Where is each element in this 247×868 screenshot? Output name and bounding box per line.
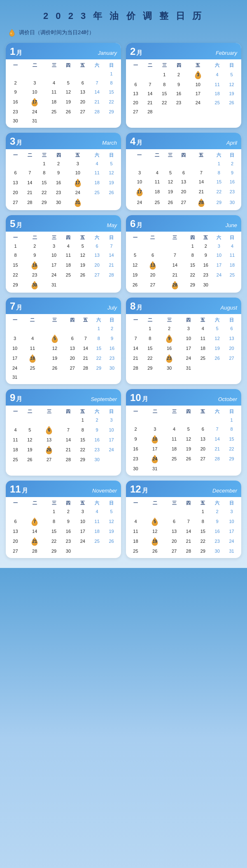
calendar-day: 22 xyxy=(186,270,199,279)
weekday-header: 二 xyxy=(21,316,44,324)
month-en: November xyxy=(92,488,117,494)
calendar-day: 1 xyxy=(224,415,239,425)
weekday-header: 五 xyxy=(199,233,212,242)
calendar-day: 4 xyxy=(21,333,44,344)
calendar-day xyxy=(75,116,90,125)
calendar-day: 26 xyxy=(104,536,119,547)
calendar-day xyxy=(212,279,226,290)
month-card-7: 7 月 July 一二三四五六日 1234 567891011121314151… xyxy=(6,298,121,384)
month-zh: 月 xyxy=(16,395,22,403)
calendar-day: 10 xyxy=(181,333,196,344)
calendar-day: 28 xyxy=(79,364,92,373)
calendar-day xyxy=(61,279,75,290)
month-zh: 月 xyxy=(16,304,22,312)
calendar-day: 6 xyxy=(196,425,210,434)
calendar-day: 5 xyxy=(104,507,119,516)
month-number: 12 xyxy=(130,483,141,495)
weekday-header: 二 xyxy=(23,233,47,242)
calendar-day xyxy=(104,197,119,208)
calendar-day: 11 xyxy=(151,177,164,186)
calendar-day: 20 xyxy=(167,536,182,547)
calendar-day: 4 xyxy=(8,425,23,435)
calendar-day: 20 xyxy=(90,260,104,270)
weekday-header: 一 xyxy=(128,407,143,415)
calendar-day: 14 xyxy=(79,344,92,353)
weekday-header: 日 xyxy=(104,151,119,159)
calendar-day: 11 xyxy=(90,168,104,177)
calendar-day: 22 xyxy=(157,98,172,107)
calendar-day: 27 xyxy=(167,547,182,556)
calendar-day: 3 xyxy=(224,507,239,516)
calendar-day xyxy=(196,464,210,473)
month-card-4: 4 月 April 一二三四五六日 1234567891011121314151… xyxy=(126,133,241,210)
calendar-day: 25 xyxy=(47,107,61,116)
weekday-header: 日 xyxy=(226,151,239,159)
calendar-day: 7 xyxy=(90,78,104,87)
calendar-day xyxy=(8,159,23,168)
calendar-day: 19 xyxy=(75,260,90,270)
calendar-day: 1 xyxy=(75,415,90,425)
calendar-day: 15 xyxy=(8,260,23,270)
calendar-day xyxy=(90,116,104,125)
calendar-day: 14 xyxy=(143,89,157,98)
calendar-day: 15 xyxy=(157,89,172,98)
calendar-day: 3 xyxy=(23,78,47,87)
weekday-header: 六 xyxy=(212,151,226,159)
calendar-day: 19 xyxy=(224,89,239,98)
calendar-day: 29 xyxy=(196,547,210,556)
calendar-day: 5 xyxy=(224,69,239,80)
calendar-day: 19 xyxy=(210,344,224,353)
weekday-header: 五 xyxy=(186,61,210,69)
calendar-day: 7 xyxy=(23,168,37,177)
calendar-day: 29 xyxy=(104,107,119,116)
calendar-day: 30 xyxy=(90,455,104,464)
calendar-day xyxy=(210,107,224,116)
calendar-day: 17 xyxy=(8,353,21,364)
calendar-day: 25 xyxy=(21,364,44,373)
month-zh: 月 xyxy=(16,139,22,147)
month-card-2: 2 月 February 一二三四五六日 12 3456789101112131… xyxy=(126,43,241,128)
calendar-day: 10 xyxy=(47,251,61,260)
weekday-header: 三 xyxy=(157,316,182,324)
weekday-header: 六 xyxy=(212,233,226,242)
calendar-day: 9 xyxy=(210,516,224,527)
calendar-day: 4 xyxy=(167,425,182,434)
calendar-day: 2 xyxy=(23,242,47,251)
calendar-day: 31 xyxy=(224,547,239,556)
calendar-day: 29 xyxy=(186,279,199,290)
calendar-day xyxy=(104,547,119,556)
calendar-day: 20 xyxy=(177,186,190,197)
main-title: 2 0 2 3 年 油 价 调 整 日 历 xyxy=(6,7,241,22)
calendar-day xyxy=(23,69,47,78)
calendar-day: 28 xyxy=(181,547,196,556)
month-number: 9 xyxy=(10,392,15,404)
calendar-day: 19 xyxy=(61,96,75,107)
calendar-day: 9 xyxy=(90,425,104,435)
weekday-header: 日 xyxy=(105,316,119,324)
calendar-day xyxy=(224,364,239,373)
weekday-header: 二 xyxy=(143,407,167,415)
month-en: January xyxy=(98,50,117,56)
calendar-day: 11 xyxy=(210,80,224,89)
calendar-day: 11 xyxy=(8,435,23,444)
weekday-header: 三 xyxy=(157,61,172,69)
calendar-day: 14 xyxy=(210,434,224,444)
calendar-day: 26 xyxy=(104,188,119,197)
calendar-day: 6 xyxy=(142,251,164,260)
calendar-day: 22 xyxy=(224,444,239,453)
calendar-day: 3 xyxy=(186,69,210,80)
weekday-header: 日 xyxy=(224,316,239,324)
legend-text: 调价日（调价时间为当日24时） xyxy=(19,29,94,36)
calendar-day: 21 xyxy=(79,353,92,364)
month-zh: 月 xyxy=(142,487,148,495)
month-zh: 月 xyxy=(22,487,28,495)
calendar-day: 28 xyxy=(210,453,224,464)
calendar-day: 27 xyxy=(224,353,239,364)
month-header-3: 3 月 March xyxy=(6,133,121,149)
weekday-header: 六 xyxy=(92,316,105,324)
calendar-day xyxy=(21,373,44,382)
calendar-day: 25 xyxy=(8,455,23,464)
calendar-day: 1 xyxy=(186,242,199,251)
calendar-day: 17 xyxy=(143,444,167,453)
month-header-2: 2 月 February xyxy=(126,43,241,59)
